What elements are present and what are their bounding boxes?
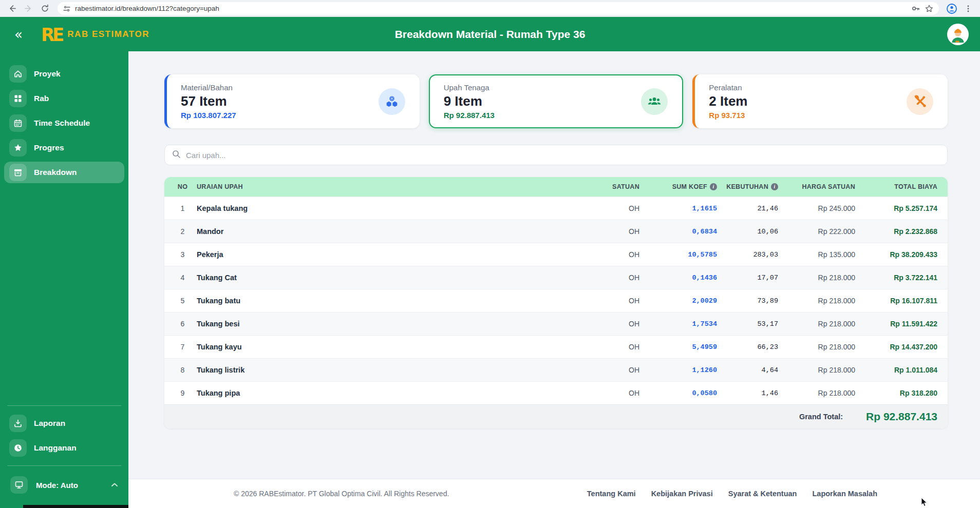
browser-menu-icon[interactable] <box>962 2 975 15</box>
browser-toolbar: rabestimator.id/breakdown/112?category=u… <box>0 0 980 17</box>
card-material-bahan[interactable]: Material/Bahan 57 Item Rp 103.807.227 <box>164 74 420 128</box>
card-amount: Rp 93.713 <box>709 111 747 120</box>
row-sum-koef: 2,0029 <box>639 297 717 305</box>
row-number: 4 <box>168 273 197 282</box>
row-kebutuhan: 21,46 <box>717 205 778 212</box>
search-bar <box>164 145 948 165</box>
sidebar-divider <box>7 405 121 406</box>
row-unit: OH <box>578 227 639 236</box>
grand-total-value: Rp 92.887.413 <box>866 411 937 423</box>
card-label: Material/Bahan <box>181 83 236 92</box>
row-total-biaya: Rp 11.591.422 <box>855 320 937 328</box>
sidebar-item-time-schedule[interactable]: Time Schedule <box>4 112 124 134</box>
user-avatar[interactable] <box>947 24 969 45</box>
mode-toggle[interactable]: Mode: Auto <box>4 473 124 497</box>
table-row: 3 Pekerja OH 10,5785 283,03 Rp 135.000 R… <box>164 243 948 266</box>
table-row: 9 Tukang pipa OH 0,0580 1,46 Rp 218.000 … <box>164 381 948 404</box>
back-icon[interactable] <box>5 2 18 15</box>
column-header-uraian: URAIAN UPAH <box>197 183 578 190</box>
star-icon <box>9 139 27 157</box>
row-kebutuhan: 17,07 <box>717 274 778 282</box>
chevron-up-icon <box>111 480 118 490</box>
row-total-biaya: Rp 3.722.141 <box>855 273 937 282</box>
card-peralatan[interactable]: Peralatan 2 Item Rp 93.713 <box>692 74 948 128</box>
table-row: 1 Kepala tukang OH 1,1615 21,46 Rp 245.0… <box>164 197 948 220</box>
footer-links: Tentang KamiKebijakan PrivasiSyarat & Ke… <box>587 490 877 498</box>
column-header-satuan: SATUAN <box>578 183 639 190</box>
row-harga-satuan: Rp 218.000 <box>778 297 855 305</box>
people-icon <box>641 88 668 115</box>
bookmark-star-icon[interactable] <box>925 4 934 13</box>
row-number: 1 <box>168 204 197 212</box>
row-kebutuhan: 53,17 <box>717 320 778 328</box>
table-body: 1 Kepala tukang OH 1,1615 21,46 Rp 245.0… <box>164 197 948 404</box>
screen-edge <box>23 505 128 508</box>
sidebar-item-progres[interactable]: Progres <box>4 137 124 159</box>
info-icon[interactable]: i <box>710 183 717 190</box>
row-name: Tukang Cat <box>197 273 578 282</box>
row-name: Tukang kayu <box>197 343 578 351</box>
row-total-biaya: Rp 2.232.868 <box>855 227 937 236</box>
row-unit: OH <box>578 389 639 397</box>
row-kebutuhan: 66,23 <box>717 343 778 351</box>
table-header-row: NO URAIAN UPAH SATUAN SUM KOEFi KEBUTUHA… <box>164 177 948 197</box>
sidebar-item-breakdown[interactable]: Breakdown <box>4 162 124 183</box>
footer-link[interactable]: Laporkan Masalah <box>812 490 877 498</box>
search-input[interactable] <box>186 151 940 160</box>
sidebar-item-langganan[interactable]: Langganan <box>4 437 124 459</box>
tools-icon <box>907 88 933 115</box>
row-sum-koef: 0,1436 <box>639 274 717 282</box>
column-header-sum-koef: SUM KOEFi <box>639 183 717 190</box>
main-content: Material/Bahan 57 Item Rp 103.807.227 Up… <box>128 51 980 508</box>
row-sum-koef: 1,1260 <box>639 366 717 374</box>
row-unit: OH <box>578 297 639 305</box>
page-footer: © 2026 RABEstimator. PT Global Optima Ci… <box>128 479 980 508</box>
row-harga-satuan: Rp 218.000 <box>778 273 855 282</box>
table-row: 2 Mandor OH 0,6834 10,06 Rp 222.000 Rp 2… <box>164 220 948 243</box>
brand-name: RAB ESTIMATOR <box>67 29 149 40</box>
row-total-biaya: Rp 14.437.200 <box>855 343 937 351</box>
row-name: Tukang pipa <box>197 389 578 397</box>
column-header-harga-satuan: HARGA SATUAN <box>778 183 855 190</box>
sidebar-item-label: Progres <box>34 143 64 152</box>
row-total-biaya: Rp 38.209.433 <box>855 250 937 259</box>
home-icon <box>9 65 27 83</box>
address-bar[interactable]: rabestimator.id/breakdown/112?category=u… <box>58 2 939 15</box>
footer-link[interactable]: Syarat & Ketentuan <box>728 490 797 498</box>
profile-icon[interactable] <box>945 2 958 15</box>
footer-link[interactable]: Tentang Kami <box>587 490 636 498</box>
footer-link[interactable]: Kebijakan Privasi <box>651 490 713 498</box>
row-sum-koef: 1,7534 <box>639 320 717 328</box>
row-total-biaya: Rp 5.257.174 <box>855 204 937 212</box>
row-name: Mandor <box>197 227 578 236</box>
reload-icon[interactable] <box>38 2 51 15</box>
sidebar-collapse-icon[interactable]: « <box>11 28 26 41</box>
grid-icon <box>9 90 27 107</box>
card-count: 57 Item <box>181 93 236 109</box>
url-text[interactable]: rabestimator.id/breakdown/112?category=u… <box>75 5 907 12</box>
site-info-icon[interactable] <box>63 5 71 13</box>
row-number: 6 <box>168 320 197 328</box>
row-total-biaya: Rp 16.107.811 <box>855 297 937 305</box>
password-key-icon[interactable] <box>911 4 920 13</box>
sidebar-item-proyek[interactable]: Proyek <box>4 63 124 85</box>
mouse-cursor <box>921 498 928 507</box>
forward-icon[interactable] <box>22 2 35 15</box>
row-unit: OH <box>578 273 639 282</box>
card-amount: Rp 103.807.227 <box>181 111 236 120</box>
summary-cards: Material/Bahan 57 Item Rp 103.807.227 Up… <box>164 74 948 128</box>
row-harga-satuan: Rp 218.000 <box>778 343 855 351</box>
column-header-total-biaya: TOTAL BIAYA <box>855 183 937 190</box>
sidebar-item-rab[interactable]: Rab <box>4 88 124 109</box>
clock-icon <box>9 439 27 457</box>
table-row: 8 Tukang listrik OH 1,1260 4,64 Rp 218.0… <box>164 358 948 381</box>
row-kebutuhan: 283,03 <box>717 251 778 259</box>
row-harga-satuan: Rp 222.000 <box>778 227 855 236</box>
grand-total-label: Grand Total: <box>799 413 843 421</box>
row-sum-koef: 0,0580 <box>639 389 717 397</box>
info-icon[interactable]: i <box>771 183 778 190</box>
sidebar: Proyek Rab Time Schedule Progres Breakdo <box>0 51 128 508</box>
row-sum-koef: 0,6834 <box>639 228 717 236</box>
sidebar-item-laporan[interactable]: Laporan <box>4 413 124 434</box>
card-upah-tenaga[interactable]: Upah Tenaga 9 Item Rp 92.887.413 <box>429 74 684 128</box>
